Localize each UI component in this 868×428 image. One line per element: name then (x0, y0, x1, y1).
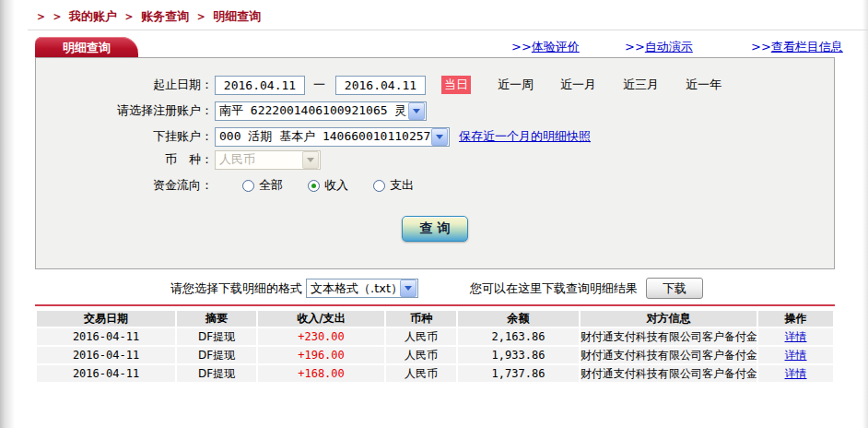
save-snapshot-link[interactable]: 保存近一个月的明细快照 (459, 128, 591, 145)
detail-link[interactable]: 详情 (785, 330, 807, 343)
link-view-column-info[interactable]: >>查看栏目信息 (751, 39, 843, 55)
radio-expense[interactable] (373, 180, 385, 192)
col-header-counterparty: 对方信息 (581, 311, 757, 327)
date-range-row: 起止日期： 一 当日 近一周 近一月 近三月 近一年 (36, 75, 834, 95)
currency-label: 币 种： (36, 151, 213, 168)
radio-all-label[interactable]: 全部 (259, 177, 283, 194)
quick-range-year[interactable]: 近一年 (686, 77, 721, 93)
download-format-select[interactable]: 文本格式（.txt） (306, 279, 418, 298)
table-top-accent-line (35, 304, 835, 306)
registered-account-label: 请选择注册账户： (36, 102, 213, 119)
link-experience-rating[interactable]: >>体验评价 (511, 39, 580, 55)
currency-select-disabled: 人民币 (215, 150, 321, 170)
col-header-date: 交易日期 (37, 311, 175, 327)
link-auto-demo[interactable]: >>自动演示 (625, 39, 693, 55)
download-result-label: 您可以在这里下载查询明细结果 (470, 280, 638, 297)
fund-flow-row: 资金流向： 全部 收入 支出 (36, 175, 834, 196)
table-row: 2016-04-11 DF提现 +168.00 人民币 1,737.86 财付通… (37, 365, 833, 382)
breadcrumb-prefix: ＞ ＞ (35, 9, 64, 23)
radio-expense-label[interactable]: 支出 (390, 177, 414, 194)
registered-account-select[interactable]: 南平 6222001406100921065 灵通卡 (215, 101, 427, 121)
breadcrumb-divider (28, 30, 868, 30)
radio-all[interactable] (242, 180, 254, 192)
download-row: 请您选择下载明细的格式 文本格式（.txt） 您可以在这里下载查询明细结果 下载 (35, 278, 835, 299)
breadcrumb-item-my-account[interactable]: 我的账户 (69, 9, 117, 23)
chevron-down-icon[interactable] (400, 279, 416, 297)
detail-link[interactable]: 详情 (785, 367, 807, 380)
cell-balance: 2,163.86 (458, 328, 579, 345)
cell-amount: +168.00 (258, 365, 384, 382)
col-header-balance: 余额 (458, 311, 579, 327)
cell-counterparty: 财付通支付科技有限公司客户备付金 (581, 365, 757, 382)
cell-amount: +230.00 (258, 328, 384, 345)
breadcrumb-separator: ＞ (123, 9, 135, 23)
breadcrumb-separator: ＞ (195, 9, 207, 23)
end-date-input[interactable] (335, 76, 426, 95)
sub-account-row: 下挂账户： 000 活期 基本户 1406600101102571848 保存近… (36, 126, 834, 147)
cell-summary: DF提现 (177, 365, 256, 382)
detail-query-page: ＞ ＞ 我的账户 ＞ 账务查询 ＞ 明细查询 明细查询 >>体验评价 >>自动演… (0, 0, 868, 428)
quick-range-quarter[interactable]: 近三月 (623, 77, 659, 93)
cell-summary: DF提现 (177, 347, 256, 363)
cell-counterparty: 财付通支付科技有限公司客户备付金 (581, 328, 757, 345)
chevron-down-icon (302, 151, 319, 169)
query-button[interactable]: 查 询 (402, 216, 468, 242)
cell-amount: +196.00 (258, 347, 384, 363)
fund-flow-label: 资金流向： (36, 177, 213, 194)
radio-income-label[interactable]: 收入 (324, 177, 348, 194)
cell-balance: 1,737.86 (458, 365, 579, 382)
table-row: 2016-04-11 DF提现 +196.00 人民币 1,933.86 财付通… (37, 347, 833, 363)
table-header-row: 交易日期 摘要 收入/支出 币种 余额 对方信息 操作 (37, 311, 833, 327)
query-form-panel: 起止日期： 一 当日 近一周 近一月 近三月 近一年 请选择注册账户： 南平 6… (35, 57, 835, 269)
download-button[interactable]: 下载 (646, 278, 703, 299)
sub-account-label: 下挂账户： (36, 128, 213, 145)
registered-account-row: 请选择注册账户： 南平 6222001406100921065 灵通卡 (36, 101, 834, 121)
radio-income[interactable] (308, 180, 320, 192)
currency-row: 币 种： 人民币 (36, 149, 834, 170)
breadcrumb: ＞ ＞ 我的账户 ＞ 账务查询 ＞ 明细查询 (35, 8, 263, 25)
link-arrows: >> (625, 40, 645, 54)
quick-range-today[interactable]: 当日 (441, 76, 471, 94)
date-range-label: 起止日期： (36, 77, 213, 93)
chevron-down-icon[interactable] (431, 128, 448, 146)
left-edge-shading (0, 0, 15, 428)
chevron-down-icon[interactable] (408, 102, 425, 120)
cell-counterparty: 财付通支付科技有限公司客户备付金 (581, 347, 757, 363)
cell-date: 2016-04-11 (37, 328, 175, 345)
sub-account-select[interactable]: 000 活期 基本户 1406600101102571848 (215, 127, 450, 147)
col-header-action: 操作 (758, 311, 833, 327)
col-header-currency: 币种 (386, 311, 456, 327)
cell-currency: 人民币 (386, 328, 456, 345)
cell-summary: DF提现 (177, 328, 256, 345)
tab-detail-query[interactable]: 明细查询 (35, 37, 138, 58)
quick-range-month[interactable]: 近一月 (560, 77, 596, 93)
table-row: 2016-04-11 DF提现 +230.00 人民币 2,163.86 财付通… (37, 328, 833, 345)
cell-balance: 1,933.86 (458, 347, 579, 363)
cell-date: 2016-04-11 (37, 365, 175, 382)
right-edge-shading (862, 0, 868, 428)
cell-date: 2016-04-11 (37, 347, 175, 363)
col-header-amount: 收入/支出 (258, 311, 384, 327)
quick-range-week[interactable]: 近一周 (498, 77, 534, 93)
detail-link[interactable]: 详情 (785, 349, 807, 362)
breadcrumb-item-account-query[interactable]: 账务查询 (141, 9, 189, 23)
link-arrows: >> (511, 40, 532, 54)
download-format-label: 请您选择下载明细的格式 (170, 280, 302, 297)
cell-currency: 人民币 (386, 365, 456, 382)
date-separator: 一 (313, 77, 325, 93)
transaction-table: 交易日期 摘要 收入/支出 币种 余额 对方信息 操作 2016-04-11 D… (35, 309, 835, 384)
col-header-summary: 摘要 (177, 311, 256, 327)
link-arrows: >> (751, 40, 771, 54)
breadcrumb-item-detail-query[interactable]: 明细查询 (213, 9, 261, 23)
start-date-input[interactable] (215, 76, 305, 95)
cell-currency: 人民币 (386, 347, 456, 363)
